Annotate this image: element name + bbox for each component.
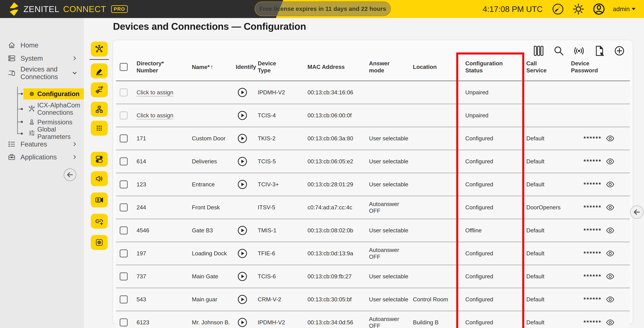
- directory-number-cell[interactable]: 737: [131, 273, 190, 280]
- show-password-eye-icon[interactable]: [606, 318, 614, 326]
- admin-menu[interactable]: admin: [613, 6, 636, 13]
- table-row[interactable]: 543 Main guar CRM-V-2 00:13:cb:30:05:bf …: [116, 288, 630, 311]
- sidebar-item-devices-connections[interactable]: Devices and Connections: [0, 64, 84, 82]
- directory-number-cell[interactable]: Click to assign: [131, 112, 190, 119]
- col-name[interactable]: Name*↑: [190, 64, 234, 71]
- table-row[interactable]: Click to assign IPDMH-V2 00:13:cb:34:16:…: [116, 81, 630, 104]
- col-directory-number[interactable]: Directory* Number: [131, 60, 190, 74]
- sidebar-item-permissions[interactable]: Permissions: [24, 118, 84, 127]
- identify-play-button[interactable]: [238, 226, 247, 235]
- row-checkbox[interactable]: [116, 272, 131, 280]
- sidebar-item-global-parameters[interactable]: Global Parameters: [24, 129, 84, 138]
- row-checkbox[interactable]: [116, 180, 131, 188]
- directory-number-cell[interactable]: 4546: [131, 227, 190, 234]
- show-password-eye-icon[interactable]: [606, 157, 614, 166]
- identify-cell: [234, 173, 256, 196]
- table-row[interactable]: 4546 Gate B3 TMIS-1 00:13:cb:08:02:0b Us…: [116, 219, 630, 242]
- row-checkbox[interactable]: [116, 295, 131, 303]
- row-checkbox[interactable]: [116, 157, 131, 165]
- show-password-eye-icon[interactable]: [606, 295, 614, 303]
- show-password-eye-icon[interactable]: [606, 134, 614, 143]
- sidebar-collapse-button[interactable]: [64, 168, 76, 181]
- show-password-eye-icon[interactable]: [606, 203, 614, 212]
- clock-text: 4:17:08 PM UTC: [483, 5, 543, 14]
- show-password-eye-icon[interactable]: [606, 272, 614, 280]
- show-password-eye-icon[interactable]: [606, 180, 614, 189]
- show-password-eye-icon[interactable]: [606, 249, 614, 257]
- identify-play-button[interactable]: [238, 157, 247, 166]
- table-row[interactable]: 171 Custom Door TKIS-2 00:13:cb:06:3a:80…: [116, 127, 630, 150]
- col-mac-address[interactable]: MAC Address: [306, 64, 367, 71]
- license-banner: Free license expires in 11 days and 22 h…: [255, 2, 391, 16]
- col-answer-mode[interactable]: Answer mode: [367, 60, 411, 74]
- select-all-checkbox[interactable]: [116, 63, 131, 71]
- scroll-left-floating-button[interactable]: [630, 205, 644, 219]
- tool-call-settings-button[interactable]: [91, 82, 108, 97]
- sidebar-item-home[interactable]: Home: [0, 40, 84, 50]
- configuration-status-cell: Configured: [456, 181, 524, 188]
- sidebar-item-icx-alphacom[interactable]: ICX-AlphaCom Connections: [24, 100, 84, 117]
- license-text: Free license expires in 11 days and 22 h…: [259, 6, 386, 12]
- tool-video-intercom-button[interactable]: [91, 192, 108, 207]
- answer-mode-cell: User selectable: [367, 181, 411, 188]
- col-call-service[interactable]: Call Service: [524, 60, 569, 74]
- row-checkbox[interactable]: [116, 226, 131, 234]
- directory-number-cell[interactable]: 244: [131, 204, 190, 211]
- directory-number-cell[interactable]: 543: [131, 296, 190, 303]
- timezone-clock-icon[interactable]: [552, 3, 564, 16]
- col-location[interactable]: Location: [411, 64, 456, 71]
- sidebar-item-features[interactable]: Features: [0, 139, 84, 149]
- col-device-type[interactable]: Device Type: [256, 60, 306, 74]
- tool-dialpad-button[interactable]: [91, 121, 108, 136]
- directory-number-cell[interactable]: 614: [131, 158, 190, 165]
- row-checkbox[interactable]: [116, 203, 131, 211]
- row-checkbox[interactable]: [116, 89, 131, 96]
- directory-number-cell[interactable]: Click to assign: [131, 89, 190, 96]
- table-row[interactable]: 737 Main Gate TCIS-6 00:13:cb:09:fb:27 U…: [116, 265, 630, 288]
- identify-play-button[interactable]: [238, 180, 247, 189]
- directory-number-cell[interactable]: 123: [131, 181, 190, 188]
- identify-play-button[interactable]: [238, 111, 247, 120]
- col-identify[interactable]: Identify: [234, 64, 256, 71]
- table-row[interactable]: 123 Entrance TCIV-3+ 00:13:cb:28:01:29 U…: [116, 173, 630, 196]
- tool-edit-button[interactable]: [91, 64, 108, 78]
- admin-label: admin: [613, 6, 630, 13]
- directory-number-cell[interactable]: 6123: [131, 319, 190, 326]
- table-row[interactable]: 614 Deliveries TCIS-5 00:13:cb:06:05:e2 …: [116, 150, 630, 173]
- directory-number-cell[interactable]: 197: [131, 250, 190, 257]
- sidebar: Home System Devices and Connections: [0, 18, 84, 328]
- identify-play-button[interactable]: [238, 295, 247, 304]
- tool-audio-button[interactable]: [91, 171, 108, 186]
- identify-play-button[interactable]: [238, 134, 247, 143]
- directory-number-cell[interactable]: 171: [131, 135, 190, 142]
- table-row[interactable]: 6123 Mr. Johnson B. IPDMH-V2 00:13:cb:34…: [116, 311, 630, 328]
- col-configuration-status[interactable]: Configuration Status: [456, 60, 524, 74]
- show-password-eye-icon[interactable]: [606, 226, 614, 234]
- row-checkbox[interactable]: [116, 318, 131, 326]
- brand-secondary: CONNECT: [63, 4, 106, 14]
- identify-play-button[interactable]: [238, 318, 247, 327]
- tool-toggles-button[interactable]: [91, 152, 108, 167]
- identify-play-button[interactable]: [238, 249, 247, 258]
- row-checkbox[interactable]: [116, 112, 131, 119]
- table-row[interactable]: Click to assign TCIS-4 00:13:cb:06:00:0f…: [116, 104, 630, 127]
- account-icon[interactable]: [592, 3, 605, 16]
- col-device-password[interactable]: Device Password: [569, 60, 629, 74]
- permissions-stamp-icon: [28, 119, 36, 126]
- table-row[interactable]: 197 Loading Dock TFIE-6 00:13:cb:0d:13:9…: [116, 242, 630, 265]
- tool-add-link-button[interactable]: [91, 214, 108, 229]
- identify-play-button[interactable]: [238, 272, 247, 281]
- table-row[interactable]: 244 Front Desk ITSV-5 c0:74:ad:a7:cc:4c …: [116, 196, 630, 219]
- identify-play-button[interactable]: [238, 88, 247, 97]
- row-checkbox[interactable]: [116, 135, 131, 142]
- tool-hierarchy-button[interactable]: [91, 102, 108, 117]
- tool-device-settings-button[interactable]: [91, 235, 108, 250]
- configuration-status-cell: Unpaired: [456, 112, 524, 119]
- sidebar-item-applications[interactable]: Applications: [0, 152, 84, 162]
- tool-network-hub-button[interactable]: [91, 42, 108, 57]
- sidebar-item-system[interactable]: System: [0, 54, 84, 63]
- sidebar-item-configuration[interactable]: Configuration: [24, 88, 84, 100]
- call-service-cell: DoorOpeners: [524, 204, 569, 211]
- theme-brightness-icon[interactable]: [572, 3, 585, 16]
- row-checkbox[interactable]: [116, 249, 131, 257]
